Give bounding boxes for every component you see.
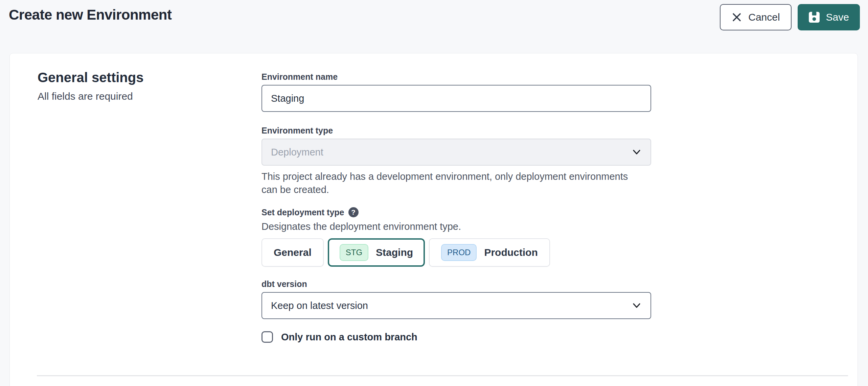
chevron-down-icon bbox=[631, 300, 642, 311]
section-subtitle: All fields are required bbox=[38, 90, 261, 103]
cancel-button-label: Cancel bbox=[748, 11, 780, 23]
deployment-type-general-button[interactable]: General bbox=[261, 238, 324, 267]
section-intro: General settings All fields are required bbox=[38, 70, 261, 386]
deployment-type-options: General STG Staging PROD Production bbox=[261, 238, 651, 267]
dbt-version-value: Keep on latest version bbox=[271, 300, 368, 311]
chevron-down-icon bbox=[631, 146, 642, 158]
deployment-type-staging-button[interactable]: STG Staging bbox=[328, 238, 425, 267]
deployment-type-production-label: Production bbox=[484, 247, 538, 258]
deployment-type-production-button[interactable]: PROD Production bbox=[429, 238, 550, 267]
environment-form: Environment name Environment type Deploy… bbox=[261, 70, 651, 386]
cancel-button[interactable]: Cancel bbox=[720, 4, 791, 30]
prod-badge: PROD bbox=[441, 244, 477, 261]
dbt-version-select[interactable]: Keep on latest version bbox=[261, 292, 651, 319]
general-settings-card: General settings All fields are required… bbox=[9, 53, 858, 386]
deployment-type-label: Set deployment type bbox=[261, 207, 344, 217]
deployment-type-description: Designates the deployment environment ty… bbox=[261, 220, 651, 233]
section-divider bbox=[37, 375, 848, 376]
header-actions: Cancel Save bbox=[720, 4, 860, 30]
custom-branch-label: Only run on a custom branch bbox=[281, 331, 417, 343]
deployment-type-general-label: General bbox=[274, 247, 312, 258]
environment-type-label: Environment type bbox=[261, 125, 651, 136]
environment-name-input[interactable] bbox=[261, 85, 651, 112]
section-title: General settings bbox=[38, 70, 261, 85]
page-header: Create new Environment Cancel Save bbox=[0, 0, 868, 53]
save-button-label: Save bbox=[826, 11, 849, 23]
custom-branch-row: Only run on a custom branch bbox=[261, 331, 651, 343]
save-button[interactable]: Save bbox=[798, 4, 860, 30]
question-circle-icon[interactable]: ? bbox=[348, 207, 359, 217]
x-icon bbox=[731, 12, 742, 23]
environment-type-value: Deployment bbox=[271, 147, 323, 158]
stg-badge: STG bbox=[340, 244, 368, 261]
deployment-type-staging-label: Staging bbox=[376, 247, 413, 258]
environment-type-help-text: This project already has a development e… bbox=[261, 170, 634, 196]
environment-name-label: Environment name bbox=[261, 72, 651, 82]
custom-branch-checkbox[interactable] bbox=[261, 331, 273, 343]
floppy-disk-icon bbox=[808, 11, 820, 23]
deployment-type-label-row: Set deployment type ? bbox=[261, 207, 651, 217]
dbt-version-label: dbt version bbox=[261, 279, 651, 289]
environment-type-select[interactable]: Deployment bbox=[261, 139, 651, 166]
